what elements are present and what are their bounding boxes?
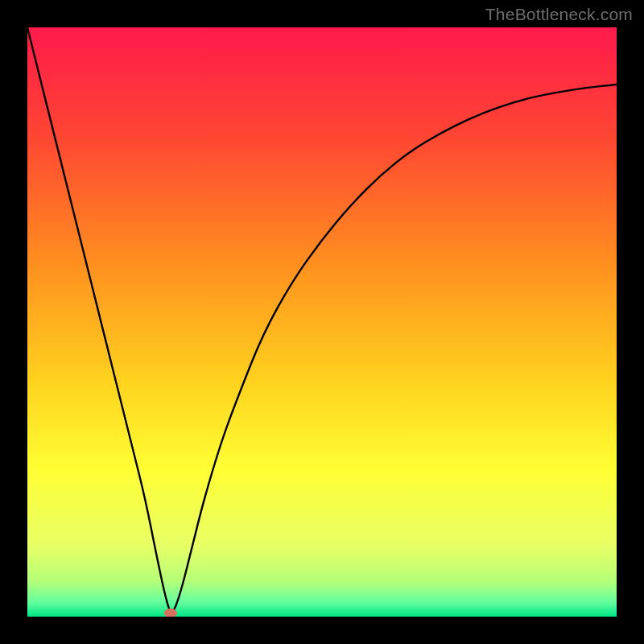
chart-svg bbox=[27, 27, 617, 617]
chart-frame: TheBottleneck.com bbox=[0, 0, 644, 644]
gradient-background bbox=[27, 27, 617, 617]
watermark-label: TheBottleneck.com bbox=[485, 5, 633, 24]
plot-area bbox=[27, 27, 617, 617]
